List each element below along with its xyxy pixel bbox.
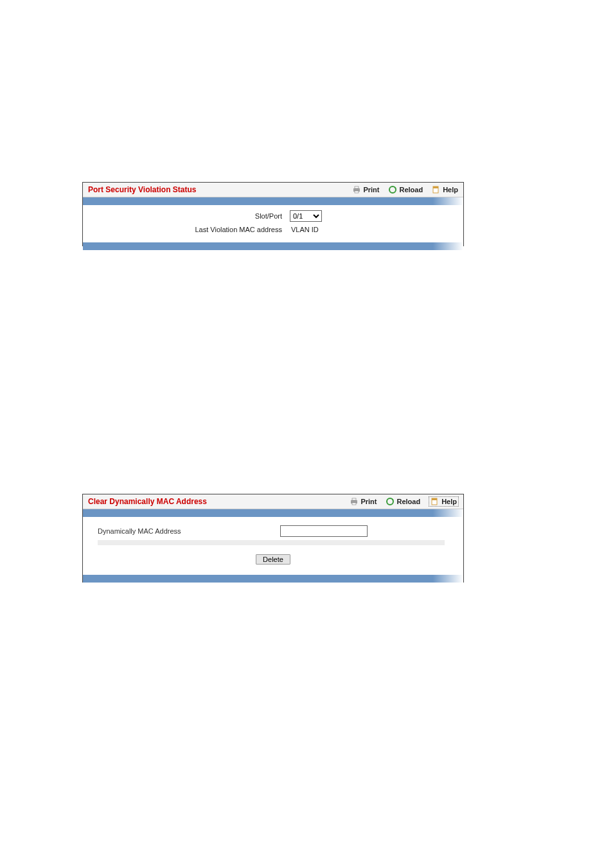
port-security-violation-panel: Port Security Violation Status Print (82, 182, 464, 246)
vlan-id-label: VLAN ID (291, 226, 319, 233)
panel-actions: Print Reload (352, 185, 458, 194)
panel-body: Slot/Port 0/1 Last Violation MAC address… (83, 205, 463, 242)
svg-marker-4 (395, 186, 396, 188)
svg-rect-9 (352, 503, 356, 505)
svg-rect-6 (433, 186, 438, 188)
divider-bar-bottom (83, 575, 463, 583)
divider-bar (83, 197, 463, 205)
mac-address-field-wrap (242, 525, 368, 537)
panel-body: Dynamically MAC Address Delete (83, 517, 463, 575)
mac-address-label: Dynamically MAC Address (89, 527, 242, 535)
help-icon (431, 497, 440, 506)
print-label: Print (363, 186, 379, 194)
panel-title: Clear Dynamically MAC Address (88, 497, 207, 506)
mac-address-input[interactable] (280, 525, 368, 537)
mac-address-row: Dynamically MAC Address (89, 525, 457, 538)
help-label: Help (441, 498, 457, 505)
svg-rect-13 (432, 498, 437, 500)
delete-button[interactable]: Delete (256, 554, 290, 565)
slot-port-row: Slot/Port 0/1 (89, 210, 457, 222)
reload-label: Reload (396, 498, 420, 505)
reload-icon (388, 185, 397, 194)
svg-rect-2 (355, 191, 359, 193)
svg-rect-1 (355, 186, 359, 188)
svg-rect-8 (352, 498, 356, 500)
help-button[interactable]: Help (432, 185, 458, 194)
help-label: Help (443, 186, 458, 194)
slot-port-label: Slot/Port (89, 212, 290, 220)
print-icon (352, 185, 361, 194)
reload-button[interactable]: Reload (386, 497, 420, 506)
help-button[interactable]: Help (429, 497, 458, 506)
panel-title: Port Security Violation Status (88, 185, 196, 194)
panel-header: Clear Dynamically MAC Address Print (83, 494, 463, 509)
reload-button[interactable]: Reload (388, 185, 423, 194)
slot-port-field: 0/1 (290, 210, 322, 222)
print-icon (350, 497, 359, 506)
panel-header: Port Security Violation Status Print (83, 183, 463, 197)
svg-marker-11 (392, 498, 394, 500)
slot-port-select[interactable]: 0/1 (290, 210, 322, 222)
last-violation-row: Last Violation MAC address VLAN ID (89, 226, 457, 233)
reload-label: Reload (399, 186, 423, 194)
print-button[interactable]: Print (350, 497, 377, 506)
last-violation-mac-label: Last Violation MAC address (89, 226, 282, 233)
clear-mac-panel: Clear Dynamically MAC Address Print (82, 494, 464, 583)
reload-icon (386, 497, 395, 506)
button-row: Delete (89, 554, 457, 565)
divider-bar-bottom (83, 242, 463, 250)
help-icon (432, 185, 441, 194)
divider-bar (83, 509, 463, 517)
print-button[interactable]: Print (352, 185, 379, 194)
panel-actions: Print Reload (350, 497, 458, 506)
shaded-row (98, 540, 445, 545)
print-label: Print (360, 498, 377, 505)
